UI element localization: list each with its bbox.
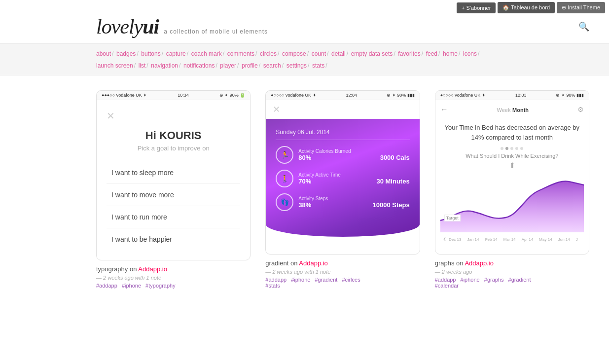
statusbar-3: ●○○○○ vodafone UK ✦ 12:03 ⊕ ✦ 90% ▮▮▮ [435, 91, 589, 100]
nav-profile[interactable]: profile [242, 62, 258, 69]
statusbar-left-3: ●○○○○ vodafone UK ✦ [440, 93, 486, 98]
card3-footer-title: graphs on Addapp.io [435, 259, 589, 267]
activity-row-1: 🏃 Activity Calories Burned 80% 3000 Cals [276, 146, 409, 164]
nav-buttons[interactable]: buttons [141, 50, 160, 57]
phone-frame-graphs: ●○○○○ vodafone UK ✦ 12:03 ⊕ ✦ 90% ▮▮▮ ← … [435, 90, 589, 255]
close-icon-2[interactable]: ✕ [273, 104, 280, 115]
nav-detail[interactable]: detail [331, 50, 346, 57]
dot-3 [510, 147, 513, 150]
subscribe-button[interactable]: + S'abonner [457, 2, 496, 13]
statusbar-1: ●●●○○ vodafone UK ✦ 10:34 ⊕ ✦ 90% 🔋 [97, 91, 250, 100]
nav-settings[interactable]: settings [287, 62, 307, 69]
activity-row-2: 🚶 Activity Active Time 70% 30 Minutes [276, 170, 409, 187]
logo-tagline: a collection of mobile ui elements [164, 28, 268, 35]
card1-subtitle: Pick a goal to improve on [107, 145, 240, 152]
nav-coach-mark[interactable]: coach mark [191, 50, 222, 57]
activity-info-2: Activity Active Time 70% 30 Minutes [298, 172, 409, 185]
activity-values-3: 38% 10000 Steps [298, 201, 409, 209]
nav-capture[interactable]: capture [166, 50, 186, 57]
phone-frame-gradient: ●○○○○ vodafone UK ✦ 12:04 ⊕ ✦ 90% ▮▮▮ ✕ … [265, 90, 420, 255]
nav-icons[interactable]: icons [463, 50, 477, 57]
card1-footer-link[interactable]: Addapp.io [138, 265, 167, 273]
back-button[interactable]: ← [440, 105, 448, 114]
logo: lovelyui [96, 15, 159, 38]
nav-breadcrumb: about/ badges/ buttons/ capture/ coach m… [0, 43, 609, 75]
card-graphs: ●○○○○ vodafone UK ✦ 12:03 ⊕ ✦ 90% ▮▮▮ ← … [435, 90, 589, 291]
nav-favorites[interactable]: favorites [398, 50, 420, 57]
nav-player[interactable]: player [220, 62, 236, 69]
search-button[interactable]: 🔍 [578, 21, 589, 32]
nav-feed[interactable]: feed [426, 50, 437, 57]
goal-item-4[interactable]: I want to be happier [107, 228, 240, 250]
nav-launch-screen[interactable]: launch screen [96, 62, 133, 69]
dot-5 [520, 147, 523, 150]
goal-item-2[interactable]: I want to move more [107, 184, 240, 206]
statusbar-time-3: 12:03 [515, 93, 527, 98]
nav-list[interactable]: list [139, 62, 146, 69]
nav-search[interactable]: search [263, 62, 281, 69]
statusbar-left-1: ●●●○○ vodafone UK ✦ [102, 93, 147, 98]
nav-navigation[interactable]: navigation [151, 62, 178, 69]
nav-home[interactable]: home [443, 50, 458, 57]
card2-close-area: ✕ [266, 100, 419, 119]
card3-tags: #addapp #iphone #graphs #gradient #calen… [435, 277, 589, 289]
activity-icon-1: 🏃 [276, 146, 293, 164]
dashboard-button[interactable]: 🏠 Tableau de bord [498, 2, 555, 13]
nav-badges[interactable]: badges [116, 50, 136, 57]
card3-footer: graphs on Addapp.io — 2 weeks ago #addap… [435, 255, 589, 291]
card2-meta: — 2 weeks ago with 1 note [265, 269, 420, 275]
card3-content: ← Week Month ⚙ Your Time in Bed has decr… [435, 100, 589, 250]
nav-empty-data-sets[interactable]: empty data sets [351, 50, 393, 57]
week-month-nav: ← Week Month ⚙ [440, 105, 584, 114]
dot-1 [501, 147, 503, 150]
statusbar-left-2: ●○○○○ vodafone UK ✦ [271, 93, 316, 98]
nav-stats[interactable]: stats [312, 62, 324, 69]
card-gradient: ●○○○○ vodafone UK ✦ 12:04 ⊕ ✦ 90% ▮▮▮ ✕ … [265, 90, 420, 291]
dots-pagination [440, 147, 584, 150]
statusbar-time-2: 12:04 [346, 93, 358, 98]
activity-row-3: 👣 Activity Steps 38% 10000 Steps [276, 193, 409, 211]
phone-frame-typography: ●●●○○ vodafone UK ✦ 10:34 ⊕ ✦ 90% 🔋 ✕ Hi… [96, 90, 251, 260]
nav-count[interactable]: count [312, 50, 326, 57]
statusbar-right-1: ⊕ ✦ 90% 🔋 [219, 93, 246, 98]
card1-content: ✕ Hi KOURIS Pick a goal to improve on I … [97, 100, 250, 260]
goal-item-1[interactable]: I want to sleep more [107, 162, 240, 184]
main-content: ●●●○○ vodafone UK ✦ 10:34 ⊕ ✦ 90% 🔋 ✕ Hi… [0, 75, 609, 305]
drink-question: What Should I Drink While Exercising? [440, 153, 584, 159]
close-icon-1[interactable]: ✕ [107, 110, 240, 122]
goal-item-3[interactable]: I want to run more [107, 206, 240, 228]
cards-grid: ●●●○○ vodafone UK ✦ 10:34 ⊕ ✦ 90% 🔋 ✕ Hi… [96, 90, 589, 291]
logo-area: lovelyui a collection of mobile ui eleme… [96, 15, 268, 38]
statusbar-time-1: 10:34 [178, 93, 189, 98]
card1-footer-title: typography on Addapp.io [96, 265, 251, 273]
activity-values-2: 70% 30 Minutes [298, 178, 409, 185]
week-month-toggle: Week Month [497, 106, 529, 113]
gradient-date: Sunday 06 Jul. 2014 [276, 129, 409, 140]
graph-svg [440, 173, 584, 232]
activity-icon-2: 🚶 [276, 170, 293, 187]
share-icon[interactable]: ⬆ [440, 161, 584, 170]
nav-compose[interactable]: compose [282, 50, 306, 57]
gradient-block: Sunday 06 Jul. 2014 🏃 Activity Calories … [266, 119, 419, 237]
card2-footer-link[interactable]: Addapp.io [299, 259, 328, 267]
nav-about[interactable]: about [96, 50, 111, 57]
card3-meta: — 2 weeks ago [435, 269, 589, 275]
card1-meta: — 2 weeks ago with 1 note [96, 275, 251, 281]
card1-tags: #addapp #iphone #typography [96, 283, 251, 289]
card2-tags: #addapp #iphone #gradient #cirlces #stat… [265, 277, 420, 289]
nav-notifications[interactable]: notifications [183, 62, 215, 69]
graph-xaxis: Dec 13 Jan 14 Feb 14 Mar 14 Apr 14 May 1… [446, 235, 581, 243]
graph-message: Your Time in Bed has decreased on averag… [440, 118, 584, 144]
card3-footer-link[interactable]: Addapp.io [465, 259, 494, 267]
month-tab[interactable]: Month [512, 107, 529, 113]
activity-info-1: Activity Calories Burned 80% 3000 Cals [298, 148, 409, 161]
card1-footer: typography on Addapp.io — 2 weeks ago wi… [96, 260, 251, 291]
week-tab[interactable]: Week [497, 107, 511, 113]
activity-values-1: 80% 3000 Cals [298, 154, 409, 161]
nav-comments[interactable]: comments [227, 50, 254, 57]
settings-icon[interactable]: ⚙ [577, 106, 584, 113]
card2-footer-title: gradient on Addapp.io [265, 259, 420, 267]
graph-area: Target [440, 173, 584, 232]
install-theme-button[interactable]: ⊕ Install Theme [557, 2, 605, 13]
nav-circles[interactable]: circles [260, 50, 277, 57]
